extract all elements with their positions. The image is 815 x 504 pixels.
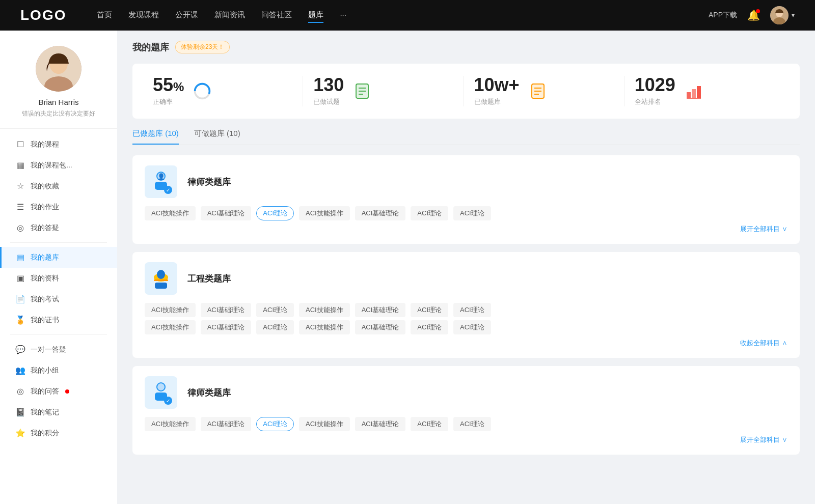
qbank-2-header: 工程类题库: [145, 262, 787, 295]
tag-item[interactable]: ACI技能操作: [299, 206, 350, 220]
svg-point-34: [157, 383, 165, 390]
svg-rect-31: [155, 283, 167, 289]
menu-my-exams-label: 我的考试: [31, 295, 59, 304]
tag-item-active[interactable]: ACI理论: [256, 206, 294, 220]
stat-done-banks-text: 10w+ 已做题库: [474, 76, 520, 106]
sidebar: Brian Harris 错误的决定比没有决定要好 ☐ 我的课程 ▦ 我的课程包…: [0, 31, 117, 504]
qbank-1-expand[interactable]: 展开全部科目 ∨: [145, 225, 787, 234]
tag-item[interactable]: ACI基础理论: [201, 206, 252, 220]
tag-item[interactable]: ACI理论: [411, 303, 448, 317]
qbank-card-2: 工程类题库 ACI技能操作 ACI基础理论 ACI理论 ACI技能操作 ACI基…: [132, 252, 800, 358]
menu-one-on-one[interactable]: 💬 一对一答疑: [0, 339, 117, 360]
done-banks-icon: [528, 81, 548, 101]
menu-divider-2: [10, 334, 107, 335]
tag-item[interactable]: ACI理论: [453, 417, 491, 431]
svg-rect-21: [697, 86, 701, 98]
qbank-2-tags-row1: ACI技能操作 ACI基础理论 ACI理论 ACI技能操作 ACI基础理论 AC…: [145, 303, 787, 317]
stat-correct-rate-text: 55% 正确率: [153, 76, 184, 106]
tag-item[interactable]: ACI理论: [453, 303, 491, 317]
nav-mooc[interactable]: 公开课: [175, 8, 198, 23]
profile-avatar: [36, 46, 82, 92]
main-nav: 首页 发现课程 公开课 新闻资讯 问答社区 题库 ···: [97, 8, 709, 23]
qbank-1-header: 👤 ✓ 律师类题库: [145, 165, 787, 198]
tag-item[interactable]: ACI技能操作: [145, 303, 196, 317]
stat-done-questions-text: 130 已做试题: [313, 76, 344, 106]
menu-my-points-label: 我的积分: [31, 429, 59, 438]
qbank-1-icon: 👤 ✓: [145, 165, 177, 198]
sidebar-menu: ☐ 我的课程 ▦ 我的课程包... ☆ 我的收藏 ☰ 我的作业 ◎ 我的答疑 ▤: [0, 134, 117, 449]
tab-available-banks[interactable]: 可做题库 (10): [194, 129, 240, 145]
tag-item[interactable]: ACI技能操作: [145, 417, 196, 431]
menu-my-favorites[interactable]: ☆ 我的收藏: [0, 176, 117, 197]
nav-news[interactable]: 新闻资讯: [214, 8, 245, 23]
menu-my-points[interactable]: ⭐ 我的积分: [0, 423, 117, 443]
qbank-2-collapse[interactable]: 收起全部科目 ∧: [145, 339, 787, 348]
tag-item[interactable]: ACI基础理论: [355, 206, 406, 220]
qbank-icon: ▤: [15, 253, 25, 262]
nav-qbank[interactable]: 题库: [308, 8, 323, 23]
tag-item[interactable]: ACI技能操作: [299, 320, 350, 334]
qbank-2-icon: [145, 262, 177, 295]
correct-rate-icon: [192, 81, 212, 101]
menu-my-exams[interactable]: 📄 我的考试: [0, 289, 117, 310]
menu-my-packages[interactable]: ▦ 我的课程包...: [0, 155, 117, 176]
tag-item[interactable]: ACI技能操作: [299, 417, 350, 431]
tag-item[interactable]: ACI基础理论: [201, 303, 252, 317]
menu-my-notes[interactable]: 📓 我的笔记: [0, 402, 117, 423]
tag-item[interactable]: ACI理论: [411, 417, 448, 431]
nav-qa[interactable]: 问答社区: [261, 8, 292, 23]
qbank-1-tags: ACI技能操作 ACI基础理论 ACI理论 ACI技能操作 ACI基础理论 AC…: [145, 206, 787, 220]
menu-my-answers[interactable]: ◎ 我的问答: [0, 381, 117, 402]
stat-done-questions: 130 已做试题: [303, 76, 464, 106]
nav-discover[interactable]: 发现课程: [128, 8, 159, 23]
svg-rect-20: [692, 89, 696, 98]
tag-item[interactable]: ACI基础理论: [201, 417, 252, 431]
tag-item[interactable]: ACI基础理论: [355, 320, 406, 334]
nav-home[interactable]: 首页: [97, 8, 112, 23]
qbank-3-header: ✓ 律师类题库: [145, 376, 787, 409]
tag-item[interactable]: ACI理论: [453, 206, 491, 220]
menu-my-qbank[interactable]: ▤ 我的题库: [0, 247, 117, 268]
tag-item[interactable]: ACI理论: [411, 320, 448, 334]
stat-rank-label: 全站排名: [635, 97, 675, 106]
tag-item[interactable]: ACI基础理论: [355, 303, 406, 317]
menu-my-certs[interactable]: 🏅 我的证书: [0, 310, 117, 330]
tag-item[interactable]: ACI理论: [411, 206, 448, 220]
user-avatar-menu[interactable]: ▾: [770, 6, 795, 24]
qbank-3-icon: ✓: [145, 376, 177, 409]
menu-my-homework-label: 我的作业: [31, 203, 59, 212]
menu-my-favorites-label: 我的收藏: [31, 182, 59, 191]
tag-item[interactable]: ACI技能操作: [145, 320, 196, 334]
menu-my-packages-label: 我的课程包...: [31, 161, 72, 170]
answers-notification-dot: [65, 389, 69, 394]
tag-item[interactable]: ACI技能操作: [299, 303, 350, 317]
profile-icon: ▣: [15, 273, 25, 283]
menu-my-courses[interactable]: ☐ 我的课程: [0, 134, 117, 155]
menu-my-group[interactable]: 👥 我的小组: [0, 360, 117, 381]
notification-dot: [756, 9, 760, 13]
notes-icon: 📓: [15, 407, 25, 417]
menu-my-profile[interactable]: ▣ 我的资料: [0, 268, 117, 289]
svg-rect-29: [154, 279, 168, 281]
tag-item[interactable]: ACI理论: [256, 320, 294, 334]
nav-more[interactable]: ···: [340, 8, 346, 23]
tab-done-banks[interactable]: 已做题库 (10): [132, 129, 179, 145]
stat-correct-rate: 55% 正确率: [148, 76, 303, 106]
tag-item[interactable]: ACI基础理论: [201, 320, 252, 334]
menu-my-questions[interactable]: ◎ 我的答疑: [0, 217, 117, 238]
qbank-2-tags-row2: ACI技能操作 ACI基础理论 ACI理论 ACI技能操作 ACI基础理论 AC…: [145, 320, 787, 334]
app-download-link[interactable]: APP下载: [709, 11, 737, 20]
menu-my-qbank-label: 我的题库: [31, 253, 59, 262]
menu-my-homework[interactable]: ☰ 我的作业: [0, 197, 117, 217]
page-header: 我的题库 体验剩余23天！: [132, 41, 800, 53]
homework-icon: ☰: [15, 202, 25, 212]
tag-item[interactable]: ACI技能操作: [145, 206, 196, 220]
notification-bell[interactable]: 🔔: [747, 9, 760, 21]
tag-item[interactable]: ACI理论: [453, 320, 491, 334]
qbank-3-expand[interactable]: 展开全部科目 ∨: [145, 435, 787, 444]
page-title: 我的题库: [132, 41, 169, 53]
svg-rect-19: [687, 92, 691, 98]
tag-item-active[interactable]: ACI理论: [256, 417, 294, 431]
tag-item[interactable]: ACI理论: [256, 303, 294, 317]
tag-item[interactable]: ACI基础理论: [355, 417, 406, 431]
